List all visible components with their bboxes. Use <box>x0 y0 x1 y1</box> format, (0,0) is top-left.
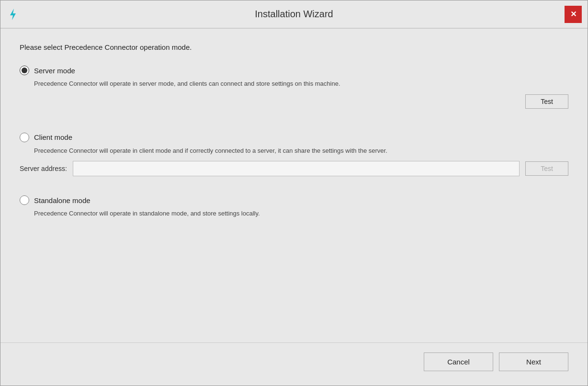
server-mode-section: Server mode Precedence Connector will op… <box>20 66 568 114</box>
standalone-mode-description: Precedence Connector will operate in sta… <box>34 209 568 218</box>
server-mode-description: Precedence Connector will operate in ser… <box>34 79 568 89</box>
client-mode-radio[interactable] <box>20 133 29 142</box>
window-title: Installation Wizard <box>255 9 333 20</box>
instruction-text: Please select Precedence Connector opera… <box>20 43 568 51</box>
server-mode-label[interactable]: Server mode <box>34 67 75 75</box>
server-mode-radio[interactable] <box>20 66 29 75</box>
server-address-input[interactable] <box>73 161 520 176</box>
svg-marker-0 <box>10 9 16 20</box>
server-mode-test-row: Test <box>20 94 568 109</box>
server-address-row: Server address: Test <box>20 161 568 176</box>
client-mode-option[interactable]: Client mode <box>20 133 568 142</box>
standalone-mode-option[interactable]: Standalone mode <box>20 195 568 205</box>
standalone-mode-radio[interactable] <box>20 195 29 205</box>
title-bar-left <box>6 8 20 21</box>
client-mode-section: Client mode Precedence Connector will op… <box>20 133 568 177</box>
installation-wizard-window: Installation Wizard ✕ Please select Prec… <box>0 0 588 386</box>
standalone-mode-section: Standalone mode Precedence Connector wil… <box>20 195 568 218</box>
footer: Cancel Next <box>0 343 588 386</box>
next-button[interactable]: Next <box>499 352 568 371</box>
client-mode-test-button[interactable]: Test <box>525 161 568 176</box>
server-address-label: Server address: <box>20 165 67 172</box>
content-area: Please select Precedence Connector opera… <box>0 29 588 342</box>
standalone-mode-label[interactable]: Standalone mode <box>34 196 90 204</box>
app-icon <box>6 8 20 21</box>
close-button[interactable]: ✕ <box>565 6 582 23</box>
cancel-button[interactable]: Cancel <box>424 352 493 371</box>
client-mode-description: Precedence Connector will operate in cli… <box>34 146 568 156</box>
client-mode-label[interactable]: Client mode <box>34 133 72 141</box>
title-bar: Installation Wizard ✕ <box>0 0 588 28</box>
server-mode-test-button[interactable]: Test <box>525 94 568 109</box>
server-mode-option[interactable]: Server mode <box>20 66 568 75</box>
